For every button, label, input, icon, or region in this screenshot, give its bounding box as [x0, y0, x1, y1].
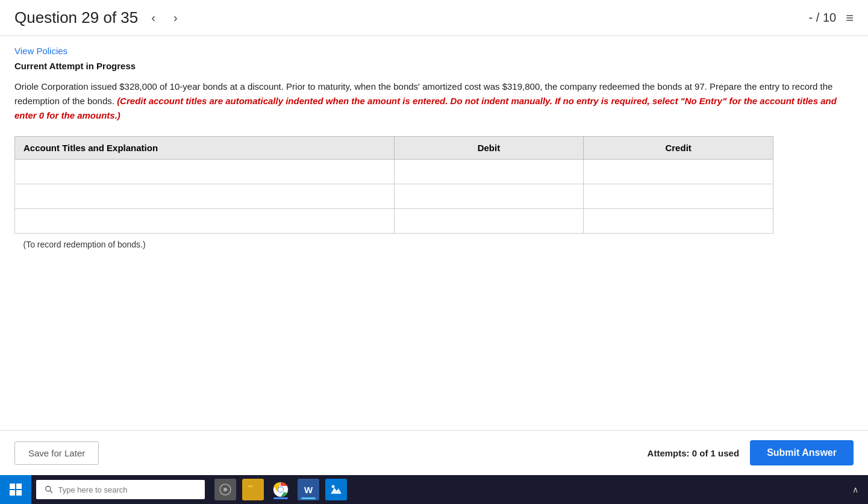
next-button[interactable]: › [169, 8, 183, 27]
taskbar-circle-app[interactable] [214, 479, 236, 500]
attempts-text: Attempts: 0 of 1 used [648, 448, 740, 458]
taskbar-photos[interactable] [325, 479, 347, 500]
svg-rect-1 [16, 484, 22, 489]
debit-input-3[interactable] [399, 213, 579, 229]
prev-button[interactable]: ‹ [146, 8, 160, 27]
question-body: Oriole Corporation issued $328,000 of 10… [14, 79, 854, 123]
taskbar: W ∧ [0, 475, 868, 504]
right-bottom: Attempts: 0 of 1 used Submit Answer [648, 440, 854, 465]
bottom-bar: Save for Later Attempts: 0 of 1 used Sub… [0, 430, 868, 475]
svg-point-4 [46, 487, 51, 491]
svg-point-7 [223, 488, 227, 491]
credit-input-1[interactable] [589, 163, 768, 180]
note-text: (To record redemption of bonds.) [15, 234, 773, 256]
search-icon [45, 485, 54, 494]
taskbar-chrome[interactable] [270, 479, 292, 500]
svg-rect-3 [16, 490, 22, 496]
view-policies-link[interactable]: View Policies [14, 46, 67, 56]
svg-rect-0 [10, 484, 15, 489]
credit-input-2[interactable] [589, 188, 768, 205]
taskbar-icons: W [210, 479, 852, 500]
instruction-text: (Credit account titles are automatically… [14, 96, 837, 120]
svg-rect-8 [248, 487, 258, 495]
list-icon[interactable]: ≡ [846, 10, 854, 26]
header-bar: Question 29 of 35 ‹ › - / 10 ≡ [0, 0, 868, 36]
table-row [15, 184, 773, 209]
journal-table: Account Titles and Explanation Debit Cre… [14, 136, 773, 255]
attempt-label: Current Attempt in Progress [14, 61, 854, 71]
taskbar-file-explorer[interactable] [242, 479, 264, 500]
question-title: Question 29 of 35 [14, 8, 138, 27]
save-later-button[interactable]: Save for Later [14, 441, 99, 465]
col-account-header: Account Titles and Explanation [15, 137, 395, 160]
debit-input-1[interactable] [399, 163, 579, 180]
submit-button[interactable]: Submit Answer [750, 440, 854, 465]
start-button[interactable] [0, 475, 31, 504]
svg-point-13 [332, 485, 335, 488]
taskbar-word[interactable]: W [298, 479, 319, 500]
taskbar-search-input[interactable] [58, 485, 196, 494]
note-row: (To record redemption of bonds.) [15, 234, 773, 256]
score-display: - / 10 [809, 11, 837, 25]
table-row [15, 160, 773, 184]
taskbar-right: ∧ [852, 485, 868, 494]
col-debit-header: Debit [394, 137, 584, 160]
svg-marker-12 [331, 488, 342, 494]
account-input-3[interactable] [20, 213, 389, 229]
header-right: - / 10 ≡ [809, 10, 854, 26]
credit-input-3[interactable] [589, 213, 768, 229]
svg-line-5 [50, 491, 52, 493]
taskbar-search[interactable] [36, 480, 205, 499]
main-content: View Policies Current Attempt in Progres… [0, 36, 868, 430]
debit-input-2[interactable] [399, 188, 579, 205]
table-row [15, 209, 773, 234]
svg-point-11 [278, 487, 283, 492]
header-left: Question 29 of 35 ‹ › [14, 8, 183, 27]
svg-rect-2 [10, 490, 15, 496]
col-credit-header: Credit [584, 137, 773, 160]
account-input-1[interactable] [20, 163, 389, 180]
account-input-2[interactable] [20, 188, 389, 205]
taskbar-chevron-up[interactable]: ∧ [852, 485, 858, 494]
